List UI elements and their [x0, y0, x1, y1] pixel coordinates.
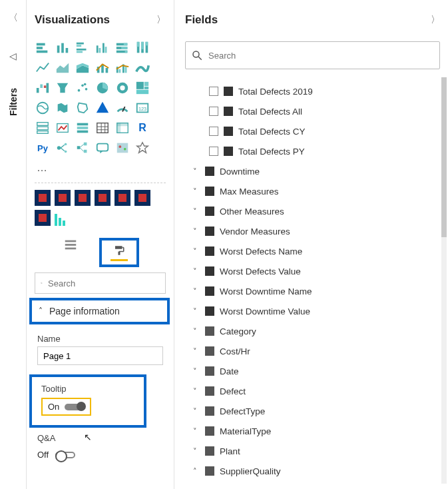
viz-filled-map-icon[interactable]: [55, 100, 71, 116]
fields-list: Total Defects 2019 Total Defects All Tot…: [185, 81, 440, 481]
viz-ribbon-icon[interactable]: [134, 60, 150, 76]
checkbox-icon[interactable]: [209, 107, 218, 116]
viz-clustered-bar-icon[interactable]: [75, 40, 91, 56]
viz-smart-narrative-icon[interactable]: [114, 140, 130, 156]
field-group[interactable]: ˅Downtime: [185, 161, 440, 181]
svg-point-41: [78, 89, 81, 92]
custom-visual-1[interactable]: [35, 190, 51, 206]
table-icon: [205, 466, 214, 476]
field-table[interactable]: ˅DefectType: [185, 401, 440, 421]
viz-python-icon[interactable]: Py: [35, 140, 51, 156]
viz-stacked-column-icon[interactable]: [55, 40, 71, 56]
viz-donut-icon[interactable]: [114, 80, 130, 96]
viz-more-icon[interactable]: …: [35, 160, 51, 176]
custom-visual-2[interactable]: [55, 190, 71, 206]
collapse-viz-icon[interactable]: 〉: [156, 14, 166, 26]
field-group[interactable]: ˅Worst Downtime Name: [185, 281, 440, 301]
field-table[interactable]: ˅Defect: [185, 381, 440, 401]
field-table[interactable]: ˅Category: [185, 321, 440, 341]
page-name-input[interactable]: [37, 346, 163, 365]
viz-stacked-area-icon[interactable]: [75, 60, 91, 76]
custom-visual-bars[interactable]: [55, 210, 71, 226]
viz-shape-map-icon[interactable]: [75, 100, 91, 116]
qa-toggle[interactable]: Off: [37, 450, 163, 460]
custom-visual-4[interactable]: [95, 190, 111, 206]
field-group[interactable]: ˅Worst Defects Value: [185, 261, 440, 281]
custom-visual-5[interactable]: [114, 190, 130, 206]
tab-format[interactable]: [99, 238, 139, 267]
collapse-left-icon[interactable]: 〈: [9, 12, 18, 24]
viz-multirow-card-icon[interactable]: [35, 120, 51, 136]
field-group[interactable]: ˅Worst Defects Name: [185, 241, 440, 261]
viz-r-script-icon[interactable]: R: [134, 120, 150, 136]
svg-line-97: [42, 283, 43, 284]
field-table[interactable]: ˅MaterialType: [185, 421, 440, 441]
svg-line-74: [61, 148, 65, 151]
tab-fields[interactable]: [62, 238, 79, 254]
format-search-box[interactable]: [35, 272, 166, 294]
field-table[interactable]: ˄SupplierQuality: [185, 461, 440, 481]
checkbox-icon[interactable]: [209, 147, 218, 156]
format-search-input[interactable]: [48, 278, 160, 288]
field-measure[interactable]: Total Defects CY: [185, 121, 440, 141]
scrollbar[interactable]: [441, 77, 447, 484]
viz-line-stacked-column-icon[interactable]: [95, 60, 111, 76]
viz-area-icon[interactable]: [55, 60, 71, 76]
viz-treemap-icon[interactable]: [134, 80, 150, 96]
viz-get-more-icon[interactable]: [134, 140, 150, 156]
viz-line-icon[interactable]: [35, 60, 51, 76]
field-measure[interactable]: Total Defects 2019: [185, 81, 440, 101]
checkbox-icon[interactable]: [209, 127, 218, 136]
measure-group-icon: [205, 187, 214, 196]
viz-azure-map-icon[interactable]: [95, 100, 111, 116]
viz-scatter-icon[interactable]: [75, 80, 91, 96]
viz-card-icon[interactable]: 123: [134, 100, 150, 116]
viz-funnel-icon[interactable]: [55, 80, 71, 96]
custom-visual-6[interactable]: [134, 190, 150, 206]
viz-key-influencers-icon[interactable]: [55, 140, 71, 156]
svg-rect-19: [125, 51, 128, 53]
page-information-section[interactable]: ˄ Page information: [29, 298, 170, 324]
field-group[interactable]: ˅Vendor Measures: [185, 221, 440, 241]
chevron-down-icon: ˅: [190, 267, 200, 276]
viz-table-icon[interactable]: [95, 120, 111, 136]
field-table[interactable]: ˅Date: [185, 361, 440, 381]
svg-text:123: 123: [138, 106, 146, 112]
field-table[interactable]: ˅Cost/Hr: [185, 341, 440, 361]
viz-map-icon[interactable]: [35, 100, 51, 116]
field-group[interactable]: ˅Worst Downtime Value: [185, 301, 440, 321]
viz-clustered-column-icon[interactable]: [95, 40, 111, 56]
field-measure[interactable]: Total Defects PY: [185, 141, 440, 161]
selection-icon[interactable]: ◁: [9, 51, 17, 61]
field-measure[interactable]: Total Defects All: [185, 101, 440, 121]
viz-pie-icon[interactable]: [95, 80, 111, 96]
viz-slicer-icon[interactable]: [75, 120, 91, 136]
scrollbar-thumb[interactable]: [441, 77, 447, 237]
svg-rect-33: [119, 69, 121, 73]
collapse-fields-icon[interactable]: 〉: [431, 14, 440, 26]
fields-search-input[interactable]: [208, 51, 434, 61]
viz-gauge-icon[interactable]: [114, 100, 130, 116]
viz-stacked-bar-icon[interactable]: [35, 40, 51, 56]
table-icon: [205, 446, 214, 456]
field-group[interactable]: ˅Max Measures: [185, 181, 440, 201]
viz-100-stacked-column-icon[interactable]: [134, 40, 150, 56]
field-table[interactable]: ˅Plant: [185, 441, 440, 461]
viz-qa-icon[interactable]: [95, 140, 111, 156]
svg-rect-17: [121, 47, 127, 49]
viz-decomposition-tree-icon[interactable]: [75, 140, 91, 156]
filters-rail-label[interactable]: Filters: [8, 88, 19, 116]
checkbox-icon[interactable]: [209, 87, 218, 96]
custom-visual-7[interactable]: [35, 210, 51, 226]
viz-100-stacked-bar-icon[interactable]: [114, 40, 130, 56]
viz-kpi-icon[interactable]: [55, 120, 71, 136]
field-group[interactable]: ˅Other Measures: [185, 201, 440, 221]
tooltip-toggle[interactable]: On: [41, 398, 91, 416]
fields-search-box[interactable]: [185, 41, 440, 69]
visualization-gallery: 123 R Py …: [35, 40, 166, 183]
viz-matrix-icon[interactable]: [114, 120, 130, 136]
custom-visual-3[interactable]: [75, 190, 91, 206]
viz-waterfall-icon[interactable]: [35, 80, 51, 96]
viz-line-clustered-column-icon[interactable]: [114, 60, 130, 76]
svg-point-43: [85, 88, 88, 91]
